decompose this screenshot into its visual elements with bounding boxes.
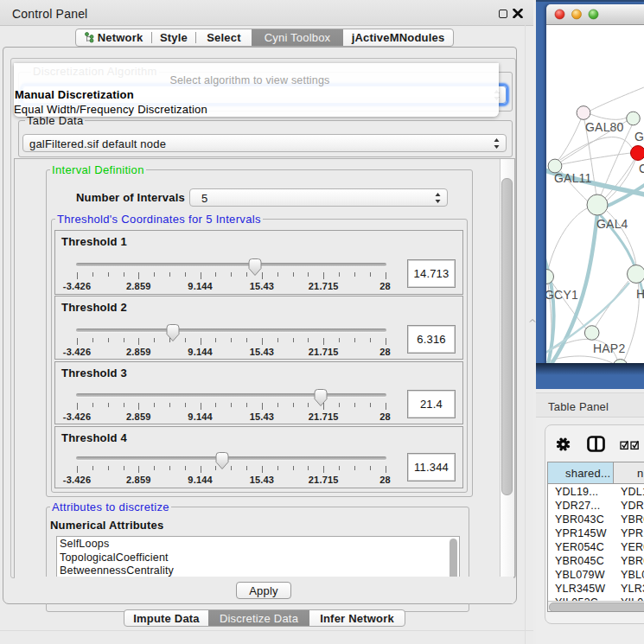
svg-text:HAP2: HAP2 bbox=[593, 341, 625, 355]
svg-text:GAL80: GAL80 bbox=[585, 120, 624, 134]
svg-text:GA: GA bbox=[634, 130, 644, 143]
svg-text:GCY1: GCY1 bbox=[546, 288, 578, 302]
svg-text:CY: CY bbox=[639, 162, 644, 175]
svg-text:HA: HA bbox=[636, 287, 644, 301]
svg-text:GAL11: GAL11 bbox=[554, 171, 592, 185]
svg-text:GAL4: GAL4 bbox=[596, 217, 628, 231]
